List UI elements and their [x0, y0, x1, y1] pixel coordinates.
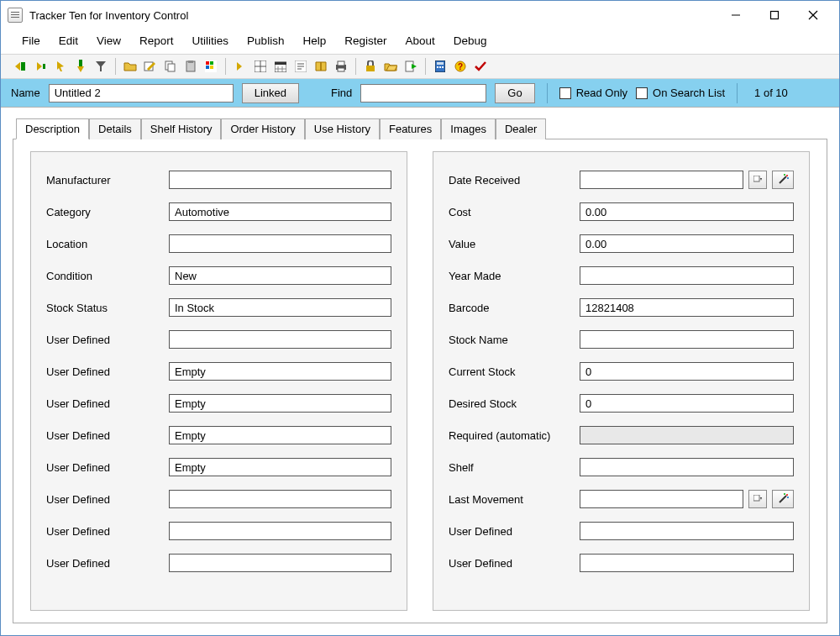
cursor-icon[interactable]: [53, 59, 68, 74]
left-input-2[interactable]: [169, 234, 391, 253]
left-label-12: User Defined: [46, 557, 169, 570]
go-button[interactable]: Go: [495, 83, 534, 103]
svg-line-55: [780, 496, 786, 502]
name-input[interactable]: [49, 84, 234, 102]
menu-utilities[interactable]: Utilities: [184, 33, 238, 49]
menu-help[interactable]: Help: [294, 33, 334, 49]
left-input-1[interactable]: [169, 202, 391, 221]
pointer-right-icon[interactable]: [233, 59, 248, 74]
book-icon[interactable]: [313, 59, 328, 74]
right-input-12[interactable]: [580, 554, 794, 572]
titlebar: Tracker Ten for Inventory Control: [1, 1, 839, 29]
right-input-6[interactable]: [580, 362, 794, 381]
magic-wand-icon[interactable]: [772, 490, 794, 508]
open-folder-icon[interactable]: [383, 59, 398, 74]
right-input-2[interactable]: [580, 234, 794, 253]
tab-use-history[interactable]: Use History: [305, 118, 380, 139]
menu-register[interactable]: Register: [336, 33, 395, 49]
tab-images[interactable]: Images: [441, 118, 496, 139]
name-toolbar: Name Linked Find Go Read Only On Search …: [1, 79, 839, 108]
export-icon[interactable]: [403, 59, 418, 74]
left-input-6[interactable]: [169, 362, 391, 381]
nav-next-icon[interactable]: [33, 59, 48, 74]
print-icon[interactable]: [333, 59, 349, 74]
right-input-11[interactable]: [580, 522, 794, 540]
right-input-3[interactable]: [580, 266, 794, 285]
tab-shelf-history[interactable]: Shelf History: [141, 118, 222, 139]
calculator-icon[interactable]: [433, 59, 448, 74]
tab-features[interactable]: Features: [380, 118, 441, 139]
close-button[interactable]: [794, 3, 832, 28]
left-label-6: User Defined: [46, 365, 169, 378]
magic-wand-icon[interactable]: [772, 171, 794, 189]
right-input-0[interactable]: [580, 171, 743, 189]
lock-icon[interactable]: [363, 59, 378, 74]
right-row-7: Desired Stock: [449, 387, 794, 419]
svg-marker-10: [96, 61, 106, 71]
left-label-9: User Defined: [46, 461, 169, 474]
menu-debug[interactable]: Debug: [445, 33, 496, 49]
right-row-1: Cost: [449, 196, 794, 228]
help-icon[interactable]: ?: [453, 59, 468, 74]
right-row-9: Shelf: [449, 451, 794, 483]
svg-rect-15: [188, 60, 193, 63]
tab-details[interactable]: Details: [89, 118, 141, 139]
nav-first-icon[interactable]: [13, 59, 28, 74]
svg-marker-39: [412, 64, 417, 69]
left-input-5[interactable]: [169, 330, 391, 349]
svg-rect-26: [275, 62, 286, 65]
text-icon[interactable]: [293, 59, 308, 74]
find-input[interactable]: [360, 84, 486, 102]
tab-order-history[interactable]: Order History: [221, 118, 304, 139]
copy-icon[interactable]: [163, 59, 178, 74]
date-dropdown-icon[interactable]: [748, 171, 767, 189]
left-input-7[interactable]: [169, 394, 391, 413]
left-input-0[interactable]: [169, 171, 391, 189]
linked-button[interactable]: Linked: [242, 83, 299, 103]
svg-rect-53: [753, 495, 759, 501]
folder-open-icon[interactable]: [123, 59, 138, 74]
right-row-8: Required (automatic): [449, 419, 794, 451]
read-only-checkbox[interactable]: Read Only: [559, 87, 627, 99]
grid-color-icon[interactable]: [253, 59, 268, 74]
minimize-button[interactable]: [717, 3, 755, 28]
palette-icon[interactable]: [203, 59, 218, 74]
menu-edit[interactable]: Edit: [50, 33, 87, 49]
left-row-1: Category: [46, 196, 391, 228]
right-input-5[interactable]: [580, 330, 794, 349]
date-dropdown-icon[interactable]: [748, 490, 767, 508]
paste-icon[interactable]: [183, 59, 198, 74]
left-input-4[interactable]: [169, 298, 391, 317]
menu-file[interactable]: File: [13, 33, 49, 49]
menu-about[interactable]: About: [396, 33, 443, 49]
right-input-1[interactable]: [580, 202, 794, 221]
menu-view[interactable]: View: [88, 33, 129, 49]
svg-rect-13: [168, 64, 175, 71]
edit-icon[interactable]: [143, 59, 158, 74]
right-input-4[interactable]: [580, 298, 794, 317]
right-input-10[interactable]: [580, 490, 743, 508]
svg-rect-1: [771, 12, 779, 19]
svg-rect-17: [206, 61, 209, 65]
menu-publish[interactable]: Publish: [239, 33, 292, 49]
check-icon[interactable]: [473, 59, 488, 74]
tab-description[interactable]: Description: [16, 118, 89, 139]
left-input-9[interactable]: [169, 458, 391, 476]
left-input-3[interactable]: [169, 266, 391, 285]
left-input-12[interactable]: [169, 554, 391, 572]
on-search-list-checkbox[interactable]: On Search List: [636, 87, 725, 99]
left-input-10[interactable]: [169, 490, 391, 508]
menu-report[interactable]: Report: [131, 33, 182, 49]
read-only-label: Read Only: [576, 87, 627, 99]
left-input-8[interactable]: [169, 426, 391, 444]
calendar-icon[interactable]: [273, 59, 288, 74]
right-input-9[interactable]: [580, 458, 794, 476]
filter-icon[interactable]: [93, 59, 108, 74]
pin-icon[interactable]: [73, 59, 88, 74]
svg-rect-5: [21, 62, 25, 71]
maximize-button[interactable]: [755, 3, 794, 28]
right-input-7[interactable]: [580, 394, 794, 413]
left-input-11[interactable]: [169, 522, 391, 540]
left-label-1: Category: [46, 206, 169, 218]
tab-dealer[interactable]: Dealer: [496, 118, 546, 139]
